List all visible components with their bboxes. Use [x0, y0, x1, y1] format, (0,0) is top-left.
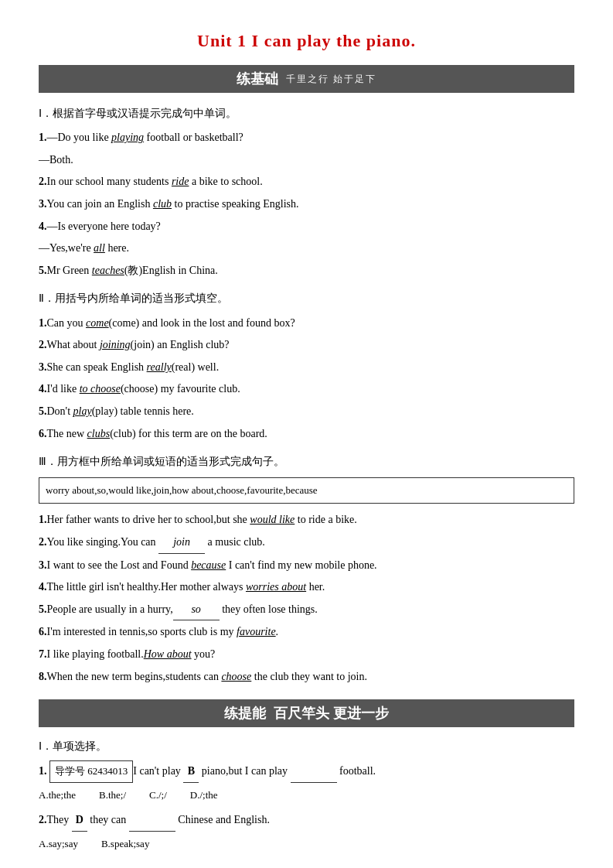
answer-really: really	[147, 361, 172, 373]
section2-header: 练提能 百尺竿头 更进一步	[39, 699, 574, 727]
blank-line	[291, 761, 337, 783]
list-item: 1.Can you come(come) and look in the los…	[39, 313, 574, 334]
list-item: 2.They D they can Chinese and English.	[39, 810, 574, 832]
word-box: worry about,so,would like,join,how about…	[39, 477, 574, 504]
answer-come: come	[86, 317, 109, 329]
choice-d: D./;the	[190, 786, 218, 804]
answer-playing: playing	[111, 132, 144, 143]
list-item: 5.Mr Green teaches(教)English in China.	[39, 261, 574, 282]
part1-block: Ⅰ．根据首字母或汉语提示完成句中单词。 1.—Do you like playi…	[39, 104, 574, 281]
list-item: —Both.	[39, 150, 574, 171]
list-item: 6.The new clubs(club) for this term are …	[39, 424, 574, 445]
choice-a: A.the;the	[39, 786, 76, 804]
list-item: 5.People are usually in a hurry,so they …	[39, 600, 574, 621]
answer-worries-about: worries about	[246, 581, 306, 593]
section1-label: 练基础	[237, 70, 278, 88]
list-item: 3.She can speak English really(real) wel…	[39, 357, 574, 378]
part2-instruction: Ⅱ．用括号内所给单词的适当形式填空。	[39, 289, 574, 308]
choice-b2: B.speak;say	[101, 835, 149, 853]
choices-row2: A.say;say B.speak;say	[39, 835, 574, 853]
list-item: 4.The little girl isn't healthy.Her moth…	[39, 577, 574, 598]
list-item: 8.When the new term begins,students can …	[39, 667, 574, 688]
answer-so: so	[173, 600, 220, 621]
answer-b: B	[183, 761, 199, 783]
list-item: 1. 导学号 62434013I can't play B piano,but …	[39, 760, 574, 783]
answer-clubs: clubs	[87, 428, 111, 439]
answer-joining: joining	[100, 339, 131, 350]
choice-c: C./;/	[149, 786, 167, 804]
list-item: 6.I'm interested in tennis,so sports clu…	[39, 622, 574, 643]
list-item: 2.What about joining(join) an English cl…	[39, 335, 574, 356]
answer-teaches: teaches	[92, 265, 124, 276]
choice-b: B.the;/	[99, 786, 126, 804]
list-item: —Yes,we're all here.	[39, 238, 574, 259]
answer-because: because	[191, 559, 226, 571]
list-item: 2.In our school many students ride a bik…	[39, 172, 574, 193]
answer-to-choose: to choose	[80, 383, 121, 395]
blank-line2	[129, 810, 175, 832]
list-item: 3.I want to see the Lost and Found becau…	[39, 555, 574, 576]
answer-join: join	[158, 532, 205, 554]
answer-club: club	[153, 198, 172, 210]
section2-sublabel: 百尺竿头 更进一步	[274, 704, 389, 723]
section2-label: 练提能	[224, 704, 266, 723]
answer-favourite: favourite	[237, 626, 276, 637]
page-title: Unit 1 I can play the piano.	[39, 31, 574, 51]
answer-all: all	[94, 242, 105, 254]
list-item: 7.I like playing football.How about you?	[39, 644, 574, 665]
answer-choose: choose	[221, 671, 251, 682]
answer-would-like: would like	[250, 514, 295, 525]
list-item: 4.I'd like to choose(choose) my favourit…	[39, 379, 574, 400]
student-id-box: 导学号 62434013	[49, 760, 133, 783]
list-item: 4.—Is everyone here today?	[39, 217, 574, 238]
answer-how-about: How about	[144, 648, 192, 660]
answer-ride: ride	[172, 176, 189, 187]
answer-d: D	[72, 810, 87, 832]
section1-header: 练基础 千里之行 始于足下	[39, 65, 574, 93]
list-item: 1.Her father wants to drive her to schoo…	[39, 510, 574, 531]
section1-sublabel: 千里之行 始于足下	[286, 73, 376, 86]
part2-block: Ⅱ．用括号内所给单词的适当形式填空。 1.Can you come(come) …	[39, 289, 574, 444]
part1-instruction: Ⅰ．根据首字母或汉语提示完成句中单词。	[39, 104, 574, 123]
choices-row1: A.the;the B.the;/ C./;/ D./;the	[39, 786, 574, 804]
part3-block: Ⅲ．用方框中所给单词或短语的适当形式完成句子。 worry about,so,w…	[39, 452, 574, 687]
list-item: 5.Don't play(play) table tennis here.	[39, 402, 574, 422]
choice-a2: A.say;say	[39, 835, 78, 853]
list-item: 1.—Do you like playing football or baske…	[39, 128, 574, 149]
list-item: 3.You can join an English club to practi…	[39, 194, 574, 215]
section2-part1-block: Ⅰ．单项选择。 1. 导学号 62434013I can't play B pi…	[39, 736, 574, 853]
part3-instruction: Ⅲ．用方框中所给单词或短语的适当形式完成句子。	[39, 452, 574, 471]
section2-part1-instruction: Ⅰ．单项选择。	[39, 736, 574, 756]
list-item: 2.You like singing.You can join a music …	[39, 532, 574, 554]
answer-play: play	[73, 405, 92, 417]
